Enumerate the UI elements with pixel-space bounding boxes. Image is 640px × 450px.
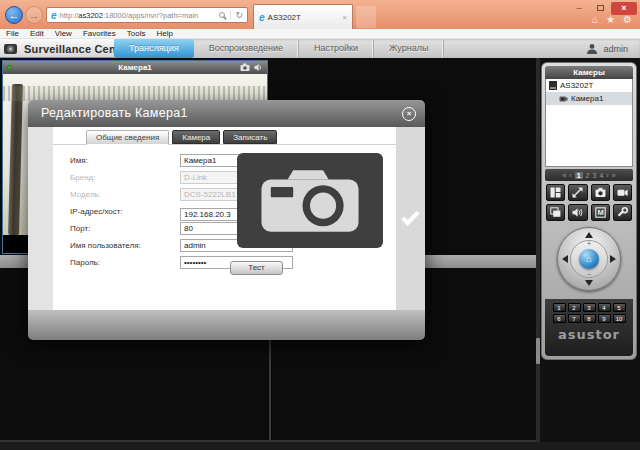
tree-item-camera-label: Камера1 [571,94,603,103]
snapshot-button[interactable] [591,184,610,201]
browser-tab[interactable]: e AS3202T × [253,4,353,29]
sidebar-splitter[interactable] [536,58,540,442]
search-icon[interactable] [219,12,225,18]
map-button[interactable]: M [591,204,610,221]
menu-favorites[interactable]: Favorites [83,29,116,38]
dialog-content-card: Общие сведения Камера Записать Имя: Брен… [53,127,396,310]
menu-file[interactable]: File [6,29,19,38]
model-value: DCS-5222LB1 [184,190,236,199]
camera-preview-placeholder [237,153,383,248]
camera-tile-icons [240,63,263,72]
ptz-down-icon[interactable] [585,280,593,286]
camera-tree: AS3202T Камера1 [545,79,633,167]
app-navbar: Surveillance Center Трансляция Воспроизв… [0,39,640,58]
wrench-icon [617,207,628,218]
fullscreen-button[interactable] [568,184,587,201]
password-label: Пароль: [70,258,180,267]
favorites-star-icon[interactable]: ★ [606,14,615,25]
ptz-inner-ring: + − ⌂ [570,240,608,278]
nas-icon [549,81,557,90]
page-last-button[interactable]: » [612,172,616,179]
page-4-button[interactable]: 4 [599,172,603,179]
audio-icon[interactable] [254,63,263,72]
camera-placeholder-icon [254,164,366,238]
preset-8-button[interactable]: 8 [583,314,596,323]
camera-tile-titlebar: Камера1 [3,61,267,74]
minimize-button[interactable]: – [569,2,589,15]
preset-2-button[interactable]: 2 [568,303,581,312]
page-1-button[interactable]: 1 [575,172,583,179]
image-sequence-icon [550,207,561,218]
tab-playback[interactable]: Воспроизведение [194,39,299,58]
preset-6-button[interactable]: 6 [553,314,566,323]
zoom-in-button[interactable]: + [587,240,591,247]
menu-edit[interactable]: Edit [30,29,44,38]
menu-help[interactable]: Help [156,29,172,38]
splitter-handle[interactable] [536,338,540,364]
settings-button[interactable] [613,204,632,221]
tree-item-camera[interactable]: Камера1 [546,92,632,105]
preset-3-button[interactable]: 3 [583,303,596,312]
new-tab-button[interactable] [356,6,376,28]
tab-close-icon[interactable]: × [342,13,347,22]
name-label: Имя: [70,156,180,165]
gear-icon[interactable]: ⚙ [623,14,632,25]
page-next-button[interactable]: › [606,172,608,179]
tree-item-nas[interactable]: AS3202T [546,79,632,92]
ptz-up-icon[interactable] [585,232,593,238]
apply-strip[interactable] [396,127,425,310]
browser-menubar: File Edit View Favorites Tools Help [0,29,640,39]
preset-10-button[interactable]: 10 [613,314,626,323]
refresh-icon[interactable]: ↻ [235,10,243,20]
ptz-home-button[interactable]: ⌂ [579,249,599,269]
tab-camera[interactable]: Камера [172,130,220,144]
layout-button[interactable] [546,184,565,201]
dialog-tabs: Общие сведения Камера Записать [53,127,396,145]
browser-back-button[interactable]: ← [5,6,23,24]
ptz-pad[interactable]: + − ⌂ [557,227,621,291]
menu-view[interactable]: View [55,29,72,38]
page-2-button[interactable]: 2 [586,172,590,179]
port-label: Порт: [70,224,180,233]
test-button[interactable]: Тест [230,261,283,275]
record-button[interactable] [613,184,632,201]
user-menu[interactable]: admin [586,39,628,58]
username-label: Имя пользователя: [70,241,180,250]
app-nav-tabs: Трансляция Воспроизведение Настройки Жур… [114,39,640,58]
page-3-button[interactable]: 3 [593,172,597,179]
dialog-close-button[interactable]: × [402,107,416,121]
username-label: admin [603,44,628,54]
tab-general-info[interactable]: Общие сведения [86,130,169,145]
browser-quick-icons: ⌂ ★ ⚙ [592,14,632,25]
tab-live-view[interactable]: Трансляция [114,39,194,58]
tab-recording[interactable]: Записать [223,130,277,144]
camera-tile-title: Камера1 [3,63,267,72]
preset-9-button[interactable]: 9 [598,314,611,323]
video-recorder-icon [617,187,628,198]
address-bar[interactable]: e http://as3202:18000/apps/nvr/?path=mai… [46,7,248,23]
grid-bottom-edge [0,440,536,442]
page-first-button[interactable]: « [562,172,566,179]
preset-7-button[interactable]: 7 [568,314,581,323]
url-host: as3202 [78,11,103,20]
page-prev-button[interactable]: ‹ [569,172,571,179]
ptz-right-icon[interactable] [610,255,616,263]
home-icon[interactable]: ⌂ [592,14,598,25]
zoom-out-button[interactable]: − [587,271,591,278]
camera-sidebar: Камеры AS3202T Камера1 « ‹ [541,62,637,360]
tab-logs[interactable]: Журналы [374,39,444,58]
browser-forward-button[interactable]: → [25,6,43,24]
dialog-footer [28,310,425,340]
snapshot-icon[interactable] [240,63,250,72]
preset-4-button[interactable]: 4 [598,303,611,312]
dialog-header: Редактировать Камера1 × [28,100,425,127]
ptz-left-icon[interactable] [562,255,568,263]
tab-settings[interactable]: Настройки [299,39,374,58]
preset-1-button[interactable]: 1 [553,303,566,312]
sequence-button[interactable] [546,204,565,221]
menu-tools[interactable]: Tools [127,29,146,38]
audio-button[interactable] [568,204,587,221]
tree-item-nas-label: AS3202T [560,81,593,90]
url-port: :18000 [103,11,126,20]
preset-5-button[interactable]: 5 [613,303,626,312]
